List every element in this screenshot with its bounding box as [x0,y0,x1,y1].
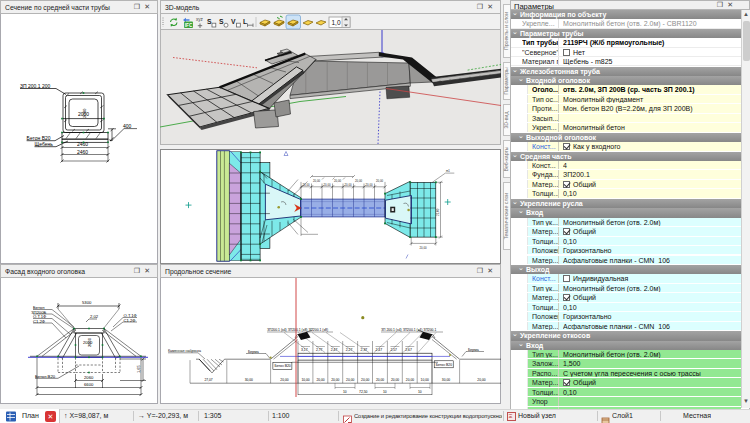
svg-text:30,00: 30,00 [245,378,253,382]
svg-text:10,00: 10,00 [301,378,309,382]
svg-text:20,00: 20,00 [346,378,354,382]
svg-text:20,00: 20,00 [366,183,373,187]
svg-text:20,00: 20,00 [355,179,362,183]
svg-text:2,47: 2,47 [376,348,383,352]
svg-text:5300: 5300 [82,300,92,305]
svg-text:6600: 6600 [84,382,94,387]
svg-text:S: S [219,18,224,25]
svg-text:2,02: 2,02 [90,314,99,319]
svg-text:20,00: 20,00 [324,183,331,187]
svg-text:400: 400 [123,123,132,129]
svg-text:20,00: 20,00 [361,378,369,382]
svg-text:20,00: 20,00 [376,179,383,183]
svg-text:2,37: 2,37 [361,348,368,352]
svg-text:2000: 2000 [82,108,87,118]
svg-text:2060: 2060 [84,375,94,380]
svg-text:ЗП200.1 (х4) ЗП200.1 (х8) ЗП20: ЗП200.1 (х4) ЗП200.1 (х8) ЗП200.1 (х8) [267,328,328,332]
svg-text:27,07: 27,07 [204,378,212,382]
svg-text:2,57: 2,57 [390,348,397,352]
svg-text:10,00: 10,00 [421,378,429,382]
svg-text:V: V [231,18,236,25]
svg-text:Бетон В20: Бетон В20 [35,374,56,379]
svg-text:10: 10 [383,390,387,394]
svg-text:30,00: 30,00 [442,378,450,382]
svg-text:S: S [207,18,212,25]
svg-text:20,00: 20,00 [420,246,427,250]
svg-text:1,65: 1,65 [136,364,141,373]
svg-text:С1.2Ф: С1.2Ф [33,319,45,324]
svg-text:2460: 2460 [77,141,88,147]
svg-text:20,00: 20,00 [477,378,485,382]
svg-text:20,00: 20,00 [376,378,384,382]
svg-text:Щебень: Щебень [35,141,54,147]
svg-text:2,67: 2,67 [405,348,412,352]
svg-text:L: L [243,18,247,25]
svg-text:ЗП 200.1 (х4) ЗП200.1 (х4) ЗП2: ЗП 200.1 (х4) ЗП200.1 (х4) ЗП200.1 [381,328,436,332]
svg-text:20,00: 20,00 [406,378,414,382]
svg-text:Берма: Берма [468,348,479,352]
svg-text:Бетон В20: Бетон В20 [436,363,452,367]
svg-text:2000: 2000 [87,337,92,347]
svg-text:10: 10 [418,390,422,394]
svg-text:21,00: 21,00 [436,208,440,216]
svg-text:20,00: 20,00 [334,179,341,183]
svg-text:10: 10 [343,390,347,394]
svg-text:xyz: xyz [196,17,204,22]
svg-text:20,00: 20,00 [345,183,352,187]
svg-text:m1: m1 [446,169,450,173]
svg-text:20,00: 20,00 [391,378,399,382]
svg-text:С1.2Ф: С1.2Ф [124,318,136,323]
svg-text:20,00: 20,00 [280,378,288,382]
svg-text:ЗП 200.1 200: ЗП 200.1 200 [20,83,50,89]
svg-text:20,00: 20,00 [303,183,310,187]
svg-text:72,50: 72,50 [359,390,368,394]
svg-text:Каменная наброска: Каменная наброска [168,349,201,353]
svg-text:IFC: IFC [185,23,193,28]
svg-text:20,00: 20,00 [331,378,339,382]
svg-text:Бетон В20: Бетон В20 [275,364,291,368]
svg-text:20,00: 20,00 [316,378,324,382]
svg-text:20,00: 20,00 [313,179,320,183]
svg-text:Берма: Берма [248,350,259,354]
svg-text:1,0: 1,0 [332,19,341,26]
svg-text:2460: 2460 [77,149,88,155]
